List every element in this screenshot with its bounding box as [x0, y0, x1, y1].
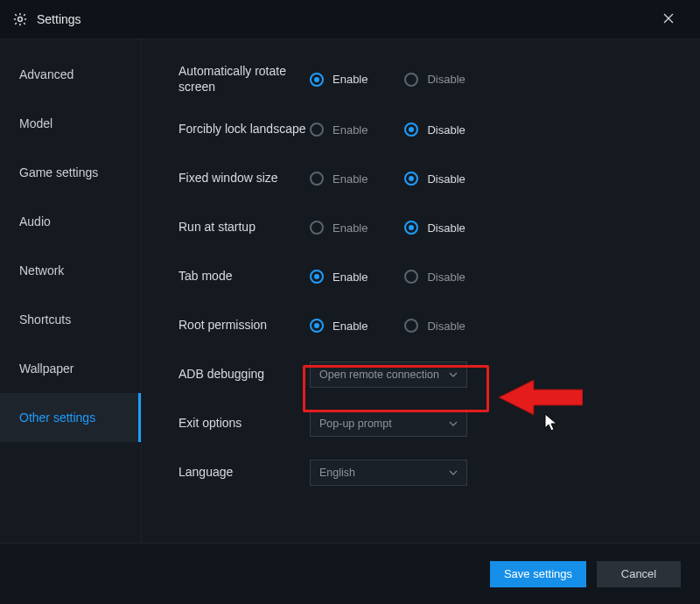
radio-circle-icon: [310, 270, 324, 284]
select-value: Open remote connection: [319, 369, 439, 381]
radio-circle-icon: [404, 221, 418, 235]
row-root-permission: Root permission Enable Disable: [178, 312, 674, 340]
radio-circle-icon: [404, 319, 418, 333]
radio-enable[interactable]: Enable: [310, 73, 368, 87]
sidebar-item-game-settings[interactable]: Game settings: [0, 148, 141, 197]
sidebar-item-label: Audio: [19, 214, 51, 228]
radio-disable[interactable]: Disable: [404, 221, 465, 235]
radio-enable[interactable]: Enable: [310, 319, 368, 333]
sidebar-item-wallpaper[interactable]: Wallpaper: [0, 344, 141, 393]
radio-label: Disable: [427, 172, 465, 186]
radio-label: Disable: [427, 320, 465, 333]
radio-circle-icon: [310, 172, 324, 186]
row-label: Root permission: [178, 318, 310, 334]
radio-enable[interactable]: Enable: [310, 172, 368, 186]
sidebar-item-label: Shortcuts: [19, 313, 71, 327]
row-label: Run at startup: [178, 220, 310, 235]
radio-label: Enable: [332, 123, 368, 137]
select-value: Pop-up prompt: [319, 418, 392, 430]
row-label: Forcibly lock landscape: [178, 122, 310, 137]
sidebar-item-label: Model: [19, 116, 52, 130]
row-adb-debugging: ADB debugging Open remote connection: [178, 361, 674, 389]
content: Automatically rotate screen Enable Disab…: [142, 39, 700, 543]
row-tab-mode: Tab mode Enable Disable: [178, 263, 674, 291]
close-button[interactable]: [649, 0, 688, 39]
radio-enable[interactable]: Enable: [310, 270, 368, 284]
close-icon: [663, 12, 674, 26]
row-lock: Forcibly lock landscape Enable Disable: [178, 116, 674, 144]
sidebar-item-label: Wallpaper: [19, 362, 74, 376]
cancel-button[interactable]: Cancel: [597, 561, 681, 587]
radio-circle-icon: [404, 270, 418, 284]
sidebar-item-label: Other settings: [19, 411, 95, 425]
radio-circle-icon: [310, 73, 324, 87]
radio-label: Enable: [332, 221, 368, 235]
radio-label: Enable: [332, 172, 368, 186]
save-settings-button[interactable]: Save settings: [490, 561, 586, 587]
row-label: Exit options: [178, 416, 310, 432]
radio-circle-icon: [404, 73, 418, 87]
row-label: Fixed window size: [178, 171, 310, 186]
radio-label: Disable: [427, 123, 465, 137]
adb-debugging-select[interactable]: Open remote connection: [310, 362, 467, 388]
chevron-down-icon: [449, 370, 458, 379]
sidebar-item-network[interactable]: Network: [0, 246, 141, 295]
radio-disable[interactable]: Disable: [404, 270, 465, 284]
radio-circle-icon: [310, 221, 324, 235]
sidebar-item-other-settings[interactable]: Other settings: [0, 393, 141, 442]
row-rotate: Automatically rotate screen Enable Disab…: [178, 64, 674, 95]
radio-label: Disable: [427, 73, 465, 86]
radio-enable[interactable]: Enable: [310, 221, 368, 235]
radio-label: Enable: [332, 270, 368, 284]
row-label: Automatically rotate screen: [178, 64, 310, 95]
title-bar: Settings: [0, 0, 700, 39]
radio-disable[interactable]: Disable: [404, 172, 465, 186]
chevron-down-icon: [449, 468, 458, 477]
row-label: Language: [178, 465, 310, 481]
sidebar-item-model[interactable]: Model: [0, 99, 141, 148]
radio-circle-icon: [310, 319, 324, 333]
sidebar-item-shortcuts[interactable]: Shortcuts: [0, 295, 141, 344]
radio-label: Enable: [332, 73, 368, 86]
sidebar-item-advanced[interactable]: Advanced: [0, 50, 141, 99]
row-exit-options: Exit options Pop-up prompt: [178, 410, 674, 438]
select-value: English: [319, 467, 355, 479]
radio-disable[interactable]: Disable: [404, 73, 465, 87]
row-label: Tab mode: [178, 269, 310, 284]
radio-circle-icon: [404, 172, 418, 186]
radio-disable[interactable]: Disable: [404, 319, 465, 333]
main: Advanced Model Game settings Audio Netwo…: [0, 39, 700, 543]
radio-circle-icon: [404, 123, 418, 137]
sidebar: Advanced Model Game settings Audio Netwo…: [0, 39, 142, 543]
exit-options-select[interactable]: Pop-up prompt: [310, 411, 467, 437]
row-label: ADB debugging: [178, 367, 310, 383]
row-fixed-window: Fixed window size Enable Disable: [178, 165, 674, 193]
radio-label: Disable: [427, 270, 465, 284]
chevron-down-icon: [449, 419, 458, 428]
sidebar-item-audio[interactable]: Audio: [0, 197, 141, 246]
row-startup: Run at startup Enable Disable: [178, 214, 674, 242]
window-title: Settings: [37, 12, 81, 26]
gear-icon: [12, 11, 28, 27]
radio-disable[interactable]: Disable: [404, 123, 465, 137]
sidebar-item-label: Network: [19, 263, 64, 277]
radio-circle-icon: [310, 123, 324, 137]
row-language: Language English: [178, 459, 674, 487]
radio-label: Disable: [427, 221, 465, 235]
sidebar-item-label: Advanced: [19, 67, 74, 81]
radio-label: Enable: [332, 320, 368, 333]
sidebar-item-label: Game settings: [19, 165, 98, 179]
language-select[interactable]: English: [310, 460, 467, 486]
footer: Save settings Cancel: [0, 543, 700, 604]
svg-point-0: [18, 18, 23, 22]
radio-enable[interactable]: Enable: [310, 123, 368, 137]
